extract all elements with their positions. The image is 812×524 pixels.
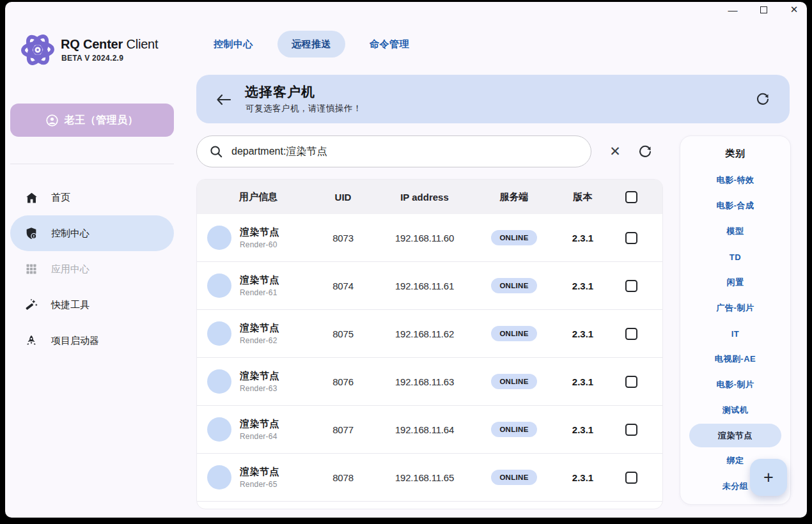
search-bar: [196, 135, 591, 167]
row-checkbox[interactable]: [625, 472, 637, 484]
app-title-light: Client: [123, 37, 158, 51]
category-item-selected[interactable]: 渲染节点: [689, 424, 781, 447]
search-input[interactable]: [196, 135, 591, 167]
client-uid: 8076: [309, 376, 377, 387]
client-version: 2.3.1: [556, 328, 610, 339]
sidebar-item-home[interactable]: 首页: [10, 180, 174, 215]
client-name: 渲染节点: [240, 226, 279, 238]
client-ip: 192.168.11.63: [377, 376, 472, 387]
col-uid: UID: [309, 192, 377, 203]
client-ip: 192.168.11.62: [377, 328, 472, 339]
client-name: 渲染节点: [240, 322, 279, 334]
tab-remote-push[interactable]: 远程推送: [277, 31, 345, 58]
sidebar-item-app-center[interactable]: 应用中心: [10, 251, 174, 287]
col-user-info: 用户信息: [207, 191, 309, 203]
category-item[interactable]: TD: [680, 244, 790, 270]
row-checkbox[interactable]: [625, 424, 637, 436]
search-icon: [209, 144, 223, 158]
client-version: 2.3.1: [556, 281, 610, 291]
client-hostname: Render-64: [240, 432, 279, 441]
table-row[interactable]: 渲染节点Render-61 8074 192.168.11.61 ONLINE …: [197, 262, 662, 310]
row-checkbox[interactable]: [625, 232, 637, 244]
table-row[interactable]: 渲染节点Render-62 8075 192.168.11.62 ONLINE …: [197, 310, 662, 358]
minimize-icon[interactable]: —: [726, 3, 739, 16]
user-icon: [46, 114, 58, 127]
sidebar-item-label: 控制中心: [51, 227, 90, 240]
avatar: [207, 369, 231, 394]
app-title: RQ Center Client: [61, 37, 158, 52]
client-uid: 8074: [309, 281, 377, 291]
top-tabs: 控制中心 远程推送 命令管理: [199, 31, 423, 58]
status-badge: ONLINE: [491, 374, 536, 389]
client-name: 渲染节点: [240, 418, 279, 430]
avatar: [207, 321, 231, 346]
shield-icon: [24, 226, 38, 240]
close-icon[interactable]: ✕: [788, 3, 800, 16]
maximize-icon[interactable]: [757, 3, 770, 16]
sidebar-item-label: 快捷工具: [51, 299, 90, 311]
page-title: 选择客户机: [245, 83, 315, 101]
table-row[interactable]: 渲染节点Render-65 8078 192.168.11.65 ONLINE …: [197, 454, 662, 502]
select-all-checkbox[interactable]: [625, 191, 637, 203]
category-item[interactable]: IT: [680, 321, 790, 346]
category-title: 类别: [680, 148, 790, 160]
client-hostname: Render-61: [240, 288, 279, 297]
status-badge: ONLINE: [491, 278, 536, 293]
category-item[interactable]: 模型: [680, 219, 790, 244]
clear-search-icon[interactable]: ✕: [606, 143, 624, 160]
home-icon: [24, 190, 38, 204]
tab-control-center[interactable]: 控制中心: [199, 31, 267, 58]
row-checkbox[interactable]: [625, 280, 637, 292]
category-item[interactable]: 电影-合成: [680, 193, 790, 219]
avatar: [207, 226, 231, 250]
grid-icon: [24, 262, 38, 276]
client-version: 2.3.1: [556, 424, 610, 435]
wand-icon: [24, 298, 38, 312]
app-logo-atom-icon: [17, 29, 58, 70]
status-badge: ONLINE: [491, 326, 536, 341]
category-item[interactable]: 电影-特效: [680, 167, 790, 193]
avatar: [207, 274, 231, 298]
tab-command-manage[interactable]: 命令管理: [355, 31, 423, 58]
table-row[interactable]: 渲染节点Render-64 8077 192.168.11.64 ONLINE …: [197, 406, 662, 454]
client-uid: 8077: [309, 424, 377, 435]
avatar: [207, 417, 231, 442]
sidebar-item-control-center[interactable]: 控制中心: [10, 215, 174, 251]
table-row[interactable]: 渲染节点Render-63 8076 192.168.11.63 ONLINE …: [197, 358, 662, 406]
table-row[interactable]: 渲染节点Render-60 8073 192.168.11.60 ONLINE …: [197, 214, 662, 262]
col-ip: IP address: [377, 192, 472, 203]
client-hostname: Render-63: [240, 384, 279, 393]
category-item[interactable]: 广告-制片: [680, 295, 790, 321]
client-version: 2.3.1: [556, 233, 610, 243]
client-hostname: Render-65: [240, 480, 279, 489]
status-badge: ONLINE: [491, 230, 536, 245]
sidebar-item-project-launcher[interactable]: 项目启动器: [10, 323, 174, 358]
client-hostname: Render-60: [240, 240, 279, 249]
category-panel: 类别 电影-特效 电影-合成 模型 TD 闲置 广告-制片 IT 电视剧-AE …: [680, 135, 791, 505]
col-version: 版本: [556, 191, 610, 203]
category-item[interactable]: 测试机: [680, 397, 790, 423]
status-badge: ONLINE: [491, 422, 536, 437]
search-refresh-icon[interactable]: [637, 144, 653, 159]
category-item[interactable]: 电视剧-AE: [680, 346, 790, 372]
page-subtitle: 可复选客户机，请谨慎操作！: [246, 103, 362, 114]
user-badge[interactable]: 老王（管理员）: [10, 104, 174, 137]
select-client-banner: 选择客户机 可复选客户机，请谨慎操作！: [196, 75, 790, 123]
sidebar-item-quick-tools[interactable]: 快捷工具: [10, 287, 174, 323]
row-checkbox[interactable]: [625, 376, 637, 388]
app-title-bold: RQ Center: [61, 37, 123, 51]
sidebar-item-label: 项目启动器: [51, 335, 99, 347]
category-list: 电影-特效 电影-合成 模型 TD 闲置 广告-制片 IT 电视剧-AE 电影-…: [680, 167, 790, 499]
client-version: 2.3.1: [556, 376, 610, 387]
category-item[interactable]: 闲置: [680, 270, 790, 295]
user-badge-label: 老王（管理员）: [65, 114, 139, 127]
banner-refresh-icon[interactable]: [755, 91, 770, 107]
client-table: 用户信息 UID IP address 服务端 版本 渲染节点Render-60…: [196, 179, 663, 509]
back-arrow-icon[interactable]: [214, 90, 233, 109]
rocket-icon: [24, 334, 38, 348]
add-category-button[interactable]: +: [750, 459, 787, 496]
row-checkbox[interactable]: [625, 328, 637, 340]
category-item[interactable]: 电影-制片: [680, 372, 790, 397]
window-controls: — ✕: [726, 3, 800, 16]
table-header: 用户信息 UID IP address 服务端 版本: [197, 180, 662, 214]
